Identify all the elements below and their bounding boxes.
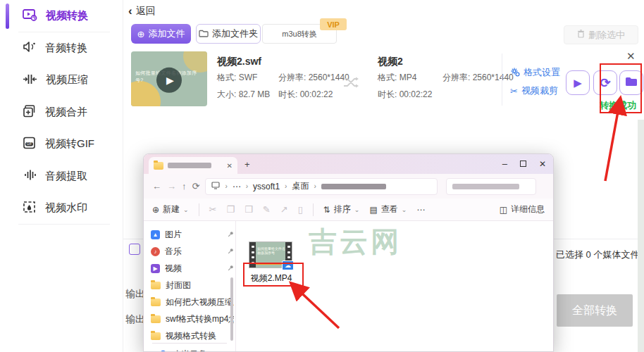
sidebar-item-music[interactable]: ♪ 音乐 <box>151 243 234 260</box>
watermark-icon <box>23 201 37 215</box>
nav-forward-icon[interactable]: → <box>167 181 176 191</box>
redacted-search-text <box>452 184 519 189</box>
new-label: 新建 <box>163 203 180 215</box>
copy-icon[interactable]: ❐ <box>227 204 235 215</box>
play-overlay-icon[interactable]: ▶ <box>156 68 182 93</box>
close-row-icon[interactable]: ✕ <box>626 50 636 63</box>
sidebar-item-video-to-gif[interactable]: GIF 视频转GIF <box>0 128 123 161</box>
sidebar-item-video-watermark[interactable]: 视频水印 <box>0 192 123 225</box>
sidebar-item-video-convert[interactable]: 视频转换 <box>0 0 123 32</box>
minimize-icon[interactable]: – <box>502 158 507 169</box>
watermark-text: 吉云网 <box>309 222 402 261</box>
sidebar-item-format-convert-folder[interactable]: 视频格式转换 <box>151 327 234 344</box>
details-pane-icon: ◫ <box>500 205 507 215</box>
open-folder-button[interactable] <box>619 70 643 95</box>
share-icon[interactable]: ↗ <box>280 204 288 215</box>
convert-all-label: 全部转换 <box>572 304 617 316</box>
progress-bar-decor <box>256 263 285 265</box>
plus-circle-icon: ⊕ <box>152 205 159 215</box>
explorer-tab[interactable]: ✕ <box>149 157 237 174</box>
sidebar-item-cover-images[interactable]: 封面图 <box>151 277 234 294</box>
nav-back-icon[interactable]: ← <box>152 181 161 191</box>
video-file-icon[interactable]: 如何批量给文件名称添加序号 ☁ <box>249 241 292 268</box>
video-crop-link[interactable]: ✂ 视频裁剪 <box>510 84 558 97</box>
redacted-tab-title <box>168 163 211 168</box>
sort-button[interactable]: ⇅ 排序 ⌄ <box>323 203 360 215</box>
more-options-icon[interactable]: ⋯ <box>416 205 425 215</box>
chevron-down-icon: ⌄ <box>183 206 189 213</box>
select-all-checkbox[interactable] <box>129 244 140 255</box>
sidebar-item-label: 封面图 <box>166 279 191 291</box>
chevron-down-icon: ⌄ <box>354 206 360 213</box>
sidebar-section-divider <box>152 343 227 344</box>
reconvert-button[interactable]: ⟳ <box>593 70 617 95</box>
paste-icon[interactable]: ❒ <box>244 204 253 215</box>
add-folder-button[interactable]: 添加文件夹 <box>196 24 261 44</box>
new-button[interactable]: ⊕ 新建 ⌄ <box>152 203 189 215</box>
pin-icon <box>228 230 234 239</box>
folder-icon <box>625 77 638 89</box>
file-name-label[interactable]: 视频2.MP4 <box>236 272 306 284</box>
breadcrumb-ellipsis[interactable]: ⋯ <box>233 182 241 191</box>
breadcrumb-desktop[interactable]: 桌面 <box>292 180 309 192</box>
sidebar-item-audio-convert[interactable]: 音频转换 <box>0 32 123 65</box>
sidebar-item-xiaomi-cloud[interactable]: › 小米云盘 <box>151 346 234 352</box>
maximize-icon[interactable] <box>520 161 526 167</box>
rename-icon[interactable]: ✎ <box>263 204 271 215</box>
back-button[interactable]: ‹ 返回 <box>128 4 156 18</box>
search-box[interactable] <box>446 178 536 195</box>
tab-close-icon[interactable]: ✕ <box>227 162 233 170</box>
sidebar-item-label: 视频转GIF <box>45 137 94 151</box>
details-label: 详细信息 <box>511 203 545 215</box>
folder-icon <box>151 315 161 323</box>
folder-icon <box>154 162 163 170</box>
new-tab-icon[interactable]: + <box>244 159 250 170</box>
refresh-icon[interactable]: ⟳ <box>192 181 200 191</box>
music-icon: ♪ <box>151 247 160 256</box>
breadcrumb-user[interactable]: yssoft1 <box>253 182 280 191</box>
delete-icon[interactable]: ▯ <box>298 204 303 215</box>
monitor-icon <box>211 182 220 191</box>
format-settings-label: 格式设置 <box>524 66 560 79</box>
source-file-title: 视频2.swf <box>217 56 261 68</box>
sidebar-item-pictures[interactable]: ▲ 图片 <box>151 226 234 243</box>
film-strip-left <box>249 242 256 268</box>
explorer-titlebar[interactable]: ✕ + – ✕ <box>144 154 553 174</box>
sidebar-item-video-compress[interactable]: 视频压缩 <box>0 64 123 96</box>
sidebar-item-label: swf格式转换mp4怎么转 <box>166 313 234 325</box>
convert-all-button[interactable]: 全部转换 <box>557 294 633 327</box>
toolbar-divider <box>313 203 314 216</box>
cloud-icon <box>158 349 168 352</box>
chevron-down-icon: ⌄ <box>402 206 407 213</box>
sidebar-item-compress-folder[interactable]: 如何把大视频压缩成小... <box>151 294 234 310</box>
video-thumbnail[interactable]: 如何批量给文件名称添加序号? ▶ <box>131 51 207 106</box>
gif-icon: GIF <box>23 137 37 151</box>
cut-icon[interactable]: ✂ <box>209 204 217 215</box>
audio-convert-icon <box>23 41 37 55</box>
video-crop-label: 视频裁剪 <box>521 84 558 97</box>
app-sidebar: 视频转换 音频转换 视频压缩 视频合并 GIF 视频转GIF 音频提取 视频水印 <box>0 0 123 352</box>
sidebar-item-swf-folder[interactable]: swf格式转换mp4怎么转 <box>151 310 234 327</box>
sidebar-divider <box>18 224 110 225</box>
details-button[interactable]: ◫ 详细信息 <box>500 203 545 215</box>
back-label: 返回 <box>136 5 156 18</box>
window-close-icon[interactable]: ✕ <box>539 159 546 169</box>
sidebar-item-audio-extract[interactable]: 音频提取 <box>0 161 123 193</box>
sidebar-item-videos[interactable]: ▶ 视频 <box>151 260 234 277</box>
play-button[interactable]: ▶ <box>566 70 590 95</box>
sidebar-item-label: 图片 <box>165 229 182 241</box>
nav-up-icon[interactable]: ↑ <box>182 181 187 191</box>
breadcrumb[interactable]: › ⋯ › yssoft1 › 桌面 › <box>205 178 438 195</box>
view-button[interactable]: ▤ 查看 ⌄ <box>369 203 407 215</box>
file-thumbnail: 如何批量给文件名称添加序号 <box>256 242 285 268</box>
app-scrollbar[interactable] <box>638 120 644 352</box>
add-file-label: 添加文件 <box>148 27 185 40</box>
sidebar-scrollbar[interactable] <box>230 277 233 341</box>
sidebar-item-label: 视频转换 <box>46 9 88 23</box>
add-file-button[interactable]: ⊕ 添加文件 <box>131 24 191 44</box>
chevron-right-icon: › <box>225 182 227 190</box>
format-settings-link[interactable]: 格式设置 <box>510 66 560 79</box>
delete-selected-button[interactable]: 删除选中 <box>564 25 638 44</box>
vip-label: VIP <box>327 20 340 29</box>
sidebar-item-video-merge[interactable]: 视频合并 <box>0 96 123 129</box>
